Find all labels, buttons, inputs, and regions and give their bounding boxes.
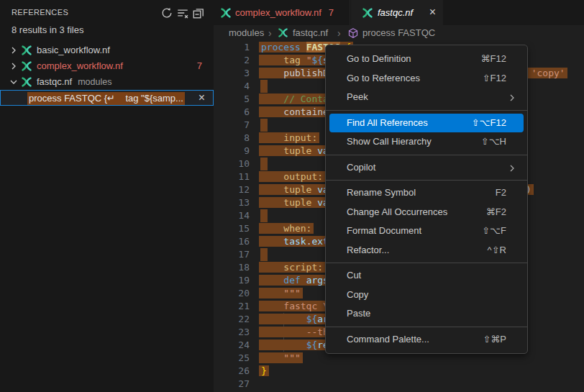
menu-item-peek[interactable]: Peek [329, 88, 524, 107]
submenu-arrow-icon [506, 91, 518, 103]
menu-item-label: Go to References [347, 73, 420, 83]
menu-item-label: Copy [347, 289, 368, 300]
menu-item-label: Format Document [347, 225, 421, 236]
menu-separator [326, 155, 527, 155]
menu-item-paste[interactable]: Paste [329, 304, 524, 324]
line-number: 22 [214, 313, 250, 326]
line-number: 20 [214, 287, 250, 300]
code-text: output: [261, 170, 325, 183]
line-number: 16 [214, 235, 250, 248]
line-number: 27 [214, 378, 250, 391]
code-text: input: [261, 132, 319, 145]
menu-item-shortcut: ⌘F2 [486, 203, 506, 222]
line-number: 14 [214, 209, 250, 222]
menu-item-copilot[interactable]: Copilot [329, 158, 524, 178]
menu-item-label: Peek [347, 91, 368, 102]
collapse-all-icon[interactable] [192, 6, 205, 19]
line-number: 9 [214, 145, 250, 158]
reference-result-row[interactable]: process FASTQC {↵ tag "${samp... × [0, 90, 214, 106]
menu-item-shortcut: ⌘F12 [481, 50, 506, 69]
line-number: 26 [214, 365, 250, 378]
menu-item-label: Paste [347, 308, 370, 319]
menu-item-shortcut: ^⇧R [488, 241, 506, 260]
line-number: 5 [214, 93, 250, 106]
menu-item-format-document[interactable]: Format Document⇧⌥F [329, 222, 524, 241]
nextflow-file-icon [21, 60, 32, 72]
menu-item-shortcut: ⇧⌘P [483, 330, 506, 350]
result-count-badge: 7 [197, 58, 202, 74]
menu-item-command-palette[interactable]: Command Palette...⇧⌘P [329, 330, 524, 350]
menu-item-go-to-definition[interactable]: Go to Definition⌘F12 [329, 50, 524, 69]
menu-item-change-all-occurrences[interactable]: Change All Occurrences⌘F2 [329, 203, 524, 222]
dismiss-reference-icon[interactable]: × [199, 90, 205, 106]
code-text: """ [261, 352, 303, 365]
code-text: } [261, 365, 269, 378]
menu-item-find-all-references[interactable]: Find All References⇧⌥F12 [329, 114, 524, 133]
breadcrumb-item-symbol[interactable]: process FASTQC [362, 25, 435, 41]
menu-item-shortcut: ⇧⌥F [482, 222, 506, 241]
code-text: script: [261, 261, 325, 274]
menu-item-shortcut: F2 [496, 183, 506, 203]
nextflow-file-icon [21, 45, 32, 56]
line-number: 19 [214, 274, 250, 287]
line-number: 18 [214, 261, 250, 274]
tab-label: complex_workflow.nf [235, 0, 321, 25]
line-number: 23 [214, 326, 250, 339]
menu-item-shortcut: ⇧F12 [483, 69, 506, 88]
menu-item-label: Cut [347, 270, 361, 281]
code-text: fastqc \ [261, 300, 331, 313]
menu-item-refactor[interactable]: Refactor...^⇧R [329, 241, 524, 260]
nextflow-file-icon [362, 7, 373, 19]
menu-item-label: Show Call Hierarchy [347, 136, 432, 147]
clear-all-icon[interactable] [176, 6, 189, 19]
breadcrumb: modules›fastqc.nf›process FASTQC [214, 25, 584, 41]
menu-item-copy[interactable]: Copy [329, 286, 524, 305]
menu-item-go-to-references[interactable]: Go to References⇧F12 [329, 69, 524, 88]
line-number: 13 [214, 196, 250, 209]
menu-separator [326, 263, 527, 263]
menu-item-label: Copilot [347, 162, 375, 173]
chevron-right-icon[interactable] [8, 45, 19, 56]
code-text [261, 158, 268, 170]
menu-item-label: Refactor... [347, 245, 389, 255]
menu-item-label: Go to Definition [347, 53, 411, 64]
results-summary: 8 results in 3 files [12, 23, 83, 37]
breadcrumb-separator: › [337, 25, 341, 41]
code-text [261, 209, 268, 222]
breadcrumb-item-modules[interactable]: modules [229, 25, 264, 41]
breadcrumb-item-file[interactable]: fastqc.nf [293, 25, 328, 41]
file-path: modules [78, 77, 111, 87]
menu-separator [326, 327, 527, 327]
close-tab-icon[interactable]: × [429, 0, 436, 24]
chevron-down-icon[interactable] [8, 76, 19, 88]
chevron-right-icon[interactable] [8, 60, 19, 72]
submenu-arrow-icon [506, 162, 518, 173]
refresh-icon[interactable] [160, 6, 173, 19]
code-text: when: [261, 222, 314, 235]
nextflow-file-icon [21, 76, 32, 88]
menu-item-rename-symbol[interactable]: Rename SymbolF2 [329, 183, 524, 203]
line-number: 1 [214, 41, 250, 54]
menu-item-label: Command Palette... [347, 334, 429, 345]
references-panel: REFERENCES 8 results in 3 files basic_wo… [0, 0, 214, 392]
breadcrumb-separator: › [268, 25, 272, 41]
menu-item-cut[interactable]: Cut [329, 266, 524, 286]
line-number: 10 [214, 158, 250, 170]
tab-problem-badge: 7 [329, 0, 334, 25]
line-number: 3 [214, 67, 250, 80]
menu-item-label: Find All References [347, 117, 428, 128]
menu-item-show-call-hierarchy[interactable]: Show Call Hierarchy⇧⌥H [329, 132, 524, 152]
tab-fastqc[interactable]: fastqc.nf × [351, 0, 443, 25]
file-row-basic_workflow.nf[interactable]: basic_workflow.nf [0, 42, 214, 58]
file-row-fastqc.nf[interactable]: fastqc.nfmodules [0, 74, 214, 90]
menu-item-shortcut: ⇧⌥F12 [472, 114, 506, 133]
editor-tabbar: complex_workflow.nf 7 fastqc.nf × [214, 0, 584, 25]
code-line-27: 27 [214, 378, 584, 391]
reference-preview-text: process FASTQC {↵ tag "${samp... [27, 92, 185, 105]
file-row-complex_workflow.nf[interactable]: complex_workflow.nf7 [0, 58, 214, 74]
tab-complex-workflow[interactable]: complex_workflow.nf 7 [214, 0, 350, 25]
line-number: 4 [214, 80, 250, 93]
code-text [261, 248, 268, 261]
line-number: 6 [214, 106, 250, 119]
code-line-26: 26} [214, 365, 584, 378]
